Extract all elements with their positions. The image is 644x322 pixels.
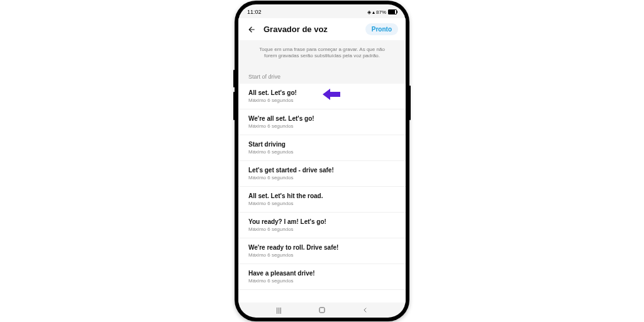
wifi-icon: ◈ bbox=[367, 9, 371, 15]
side-button bbox=[233, 70, 235, 87]
phrase-title: You ready? I am! Let's go! bbox=[248, 218, 396, 225]
screen: 11:02 ◈ ▴ 87% Gravador de voz Pronto Toq… bbox=[238, 4, 406, 318]
phrase-row[interactable]: All set. Let's hit the road.Máximo 6 seg… bbox=[238, 187, 406, 213]
phrase-subtitle: Máximo 6 segundos bbox=[248, 201, 396, 206]
phrase-subtitle: Máximo 6 segundos bbox=[248, 278, 396, 284]
arrow-left-icon bbox=[247, 25, 256, 34]
phrase-subtitle: Máximo 6 segundos bbox=[248, 97, 396, 103]
phrase-title: Have a pleasant drive! bbox=[248, 270, 396, 277]
battery-text: 87% bbox=[376, 9, 386, 15]
phrase-title: All set. Let's go! bbox=[248, 89, 396, 96]
signal-icon: ▴ bbox=[372, 9, 375, 15]
phrase-title: We're ready to roll. Drive safe! bbox=[248, 244, 396, 251]
phrase-title: We're all set. Let's go! bbox=[248, 115, 396, 122]
phrase-title: All set. Let's hit the road. bbox=[248, 192, 396, 199]
phrase-row[interactable]: We're all set. Let's go!Máximo 6 segundo… bbox=[238, 109, 406, 135]
back-button[interactable] bbox=[246, 24, 257, 35]
status-icons: ◈ ▴ 87% bbox=[367, 9, 397, 15]
phrase-title: Start driving bbox=[248, 141, 396, 148]
phrase-row[interactable]: You ready? I am! Let's go!Máximo 6 segun… bbox=[238, 213, 406, 238]
phrase-row[interactable]: Start drivingMáximo 6 segundos bbox=[238, 135, 406, 161]
phrase-row[interactable]: Let's get started - drive safe!Máximo 6 … bbox=[238, 161, 406, 187]
status-bar: 11:02 ◈ ▴ 87% bbox=[238, 4, 406, 18]
app-header: Gravador de voz Pronto bbox=[238, 18, 406, 40]
phrase-subtitle: Máximo 6 segundos bbox=[248, 149, 396, 155]
nav-recent[interactable]: ||| bbox=[269, 306, 288, 314]
nav-back[interactable] bbox=[356, 307, 375, 313]
phrase-subtitle: Máximo 6 segundos bbox=[248, 175, 396, 180]
phrase-row[interactable]: We're ready to roll. Drive safe!Máximo 6… bbox=[238, 238, 406, 264]
phrase-row[interactable]: Have a pleasant drive!Máximo 6 segundos bbox=[238, 264, 406, 290]
square-icon bbox=[318, 306, 326, 314]
phrase-title: Let's get started - drive safe! bbox=[248, 167, 396, 174]
status-time: 11:02 bbox=[247, 9, 262, 15]
chevron-left-icon bbox=[362, 307, 369, 313]
phone-frame: 11:02 ◈ ▴ 87% Gravador de voz Pronto Toq… bbox=[235, 1, 409, 321]
phrase-subtitle: Máximo 6 segundos bbox=[248, 123, 396, 129]
page-title: Gravador de voz bbox=[264, 25, 365, 34]
hint-text: Toque em uma frase para começar a gravar… bbox=[238, 40, 406, 69]
phrase-subtitle: Máximo 6 segundos bbox=[248, 226, 396, 232]
nav-home[interactable] bbox=[313, 306, 331, 314]
done-button[interactable]: Pronto bbox=[365, 23, 398, 35]
section-label: Start of drive bbox=[238, 69, 406, 84]
phrase-subtitle: Máximo 6 segundos bbox=[248, 252, 396, 258]
phrase-list: All set. Let's go!Máximo 6 segundosWe're… bbox=[238, 84, 406, 303]
svg-rect-0 bbox=[319, 308, 325, 313]
phrase-row[interactable]: All set. Let's go!Máximo 6 segundos bbox=[238, 84, 406, 109]
side-button bbox=[409, 86, 411, 120]
side-button bbox=[233, 92, 235, 120]
battery-icon bbox=[388, 9, 397, 14]
android-nav-bar: ||| bbox=[238, 303, 406, 318]
